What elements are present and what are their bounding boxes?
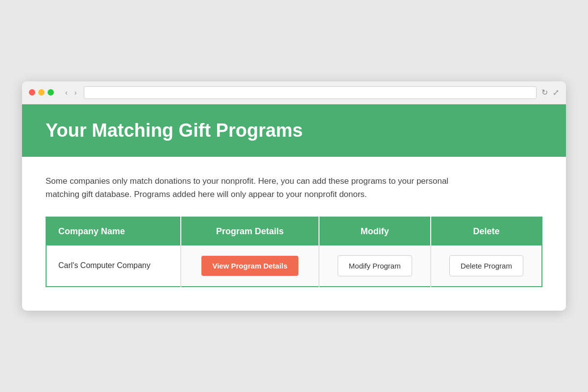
nav-buttons: ‹ ›	[63, 88, 79, 98]
col-header-delete: Delete	[431, 217, 542, 245]
col-header-program-details: Program Details	[181, 217, 318, 245]
cell-program-details: View Program Details	[181, 245, 318, 287]
company-name-text: Carl's Computer Company	[58, 261, 150, 270]
page-header: Your Matching Gift Programs	[22, 104, 566, 157]
col-header-modify: Modify	[319, 217, 431, 245]
reload-icon[interactable]: ↻	[541, 88, 548, 97]
table-row: Carl's Computer Company View Program Det…	[46, 245, 542, 287]
browser-icons: ↻ ⤢	[541, 88, 559, 97]
delete-program-button[interactable]: Delete Program	[449, 255, 523, 276]
forward-button[interactable]: ›	[72, 88, 79, 98]
traffic-light-red[interactable]	[29, 89, 35, 96]
expand-icon[interactable]: ⤢	[553, 88, 559, 97]
gift-table: Company Name Program Details Modify Dele…	[46, 217, 542, 287]
table-header-row: Company Name Program Details Modify Dele…	[46, 217, 542, 245]
cell-company-name: Carl's Computer Company	[46, 245, 181, 287]
col-header-company-name: Company Name	[46, 217, 181, 245]
modify-program-button[interactable]: Modify Program	[338, 255, 412, 276]
traffic-light-green[interactable]	[48, 89, 54, 96]
view-program-details-button[interactable]: View Program Details	[201, 256, 298, 276]
address-bar[interactable]	[84, 86, 537, 99]
page-title: Your Matching Gift Programs	[46, 120, 542, 141]
cell-delete: Delete Program	[431, 245, 542, 287]
traffic-lights	[29, 89, 54, 96]
browser-window: ‹ › ↻ ⤢ Your Matching Gift Programs Some…	[22, 81, 566, 311]
browser-chrome: ‹ › ↻ ⤢	[22, 81, 566, 104]
back-button[interactable]: ‹	[63, 88, 70, 98]
page-body: Some companies only match donations to y…	[22, 157, 566, 311]
traffic-light-yellow[interactable]	[38, 89, 45, 96]
description-text: Some companies only match donations to y…	[46, 174, 467, 201]
cell-modify: Modify Program	[319, 245, 431, 287]
